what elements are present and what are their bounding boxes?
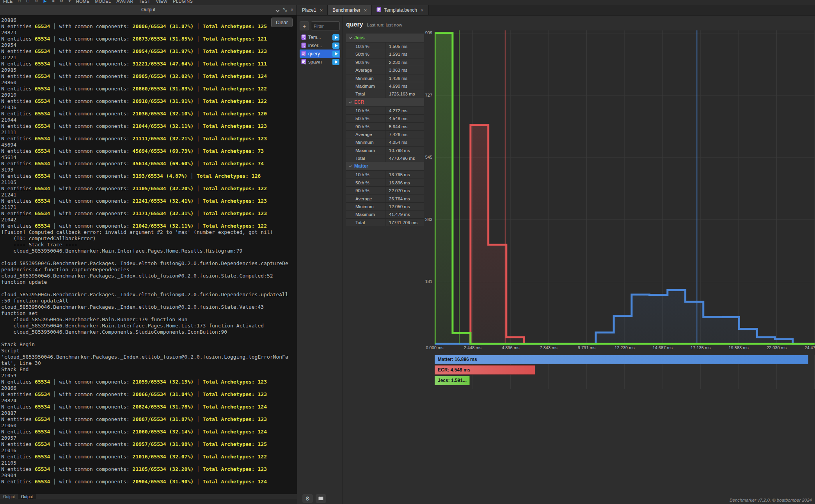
play-icon[interactable]: ▶ xyxy=(44,0,47,3)
tab-benchmarker[interactable]: Benchmarker× xyxy=(328,5,372,15)
log-line: 20860 xyxy=(1,80,297,86)
menu-item-model[interactable]: MODEL xyxy=(95,0,111,4)
close-icon[interactable]: × xyxy=(364,7,367,13)
sidebar-item-label: query xyxy=(308,51,330,57)
docs-button[interactable] xyxy=(316,494,326,503)
stop-icon[interactable]: ■ xyxy=(52,0,54,3)
publish-icon[interactable]: ↻ xyxy=(35,0,38,3)
stat-row: Maximum10.798 ms xyxy=(346,146,424,154)
log-line: 21016 xyxy=(1,447,297,454)
stat-label: 50th % xyxy=(346,115,385,122)
add-benchmark-button[interactable]: + xyxy=(300,21,309,30)
output-dock-tab[interactable]: Output xyxy=(0,494,18,499)
log-line: 20957 xyxy=(1,435,297,441)
menu-item-home[interactable]: HOME xyxy=(76,0,90,4)
log-line: N entities 65534 │ with common component… xyxy=(1,86,297,92)
stat-label: 50th % xyxy=(346,50,385,58)
stat-label: Average xyxy=(346,66,385,74)
output-title: Output xyxy=(0,7,297,12)
stat-label: Average xyxy=(346,195,385,202)
tab-template-bench[interactable]: Template.bench× xyxy=(372,5,428,15)
output-dock-tab[interactable]: Output xyxy=(18,494,36,499)
stat-row: Average7.426 ms xyxy=(346,130,424,138)
log-line: pendencies:47 function captureDependenci… xyxy=(1,267,297,273)
float-window-icon[interactable]: ⤡ xyxy=(283,7,287,13)
log-line: N entities 65534 │ with common component… xyxy=(1,98,297,104)
x-axis-label: 12.239 ms xyxy=(614,345,634,350)
sidebar-item-Tem[interactable]: Tem... xyxy=(300,33,340,41)
section-header-jecs[interactable]: Jecs xyxy=(346,34,424,42)
filter-input[interactable] xyxy=(311,21,340,30)
tab-place1[interactable]: Place1× xyxy=(297,5,328,15)
stat-value: 4778.496 ms xyxy=(385,154,424,162)
stat-value: 1.436 ms xyxy=(385,74,424,82)
log-line xyxy=(1,285,297,292)
log-line: N entities 65534 │ with common component… xyxy=(1,36,297,42)
stat-row: Total17741.709 ms xyxy=(346,218,424,226)
gear-icon: ⚙ xyxy=(305,495,310,502)
log-line: 21042 xyxy=(1,217,297,223)
log-line: N entities 65534 │ with common component… xyxy=(1,429,297,435)
menu-item-file[interactable]: FILE xyxy=(3,0,13,4)
close-icon[interactable]: × xyxy=(291,7,293,13)
menu-dropdown-icon[interactable]: ▾ xyxy=(69,0,71,3)
log-line: 21044 xyxy=(1,117,297,123)
log-line: function set xyxy=(1,310,297,317)
log-line: 21036 xyxy=(1,104,297,111)
log-line: cloud_5853950046.Benchmarker.Packages._I… xyxy=(1,260,297,267)
y-axis-label: 909 xyxy=(421,30,432,35)
section-header-matter[interactable]: Matter xyxy=(346,162,424,170)
log-line: 'cloud_5853950046.Benchmarker.Packages._… xyxy=(1,354,297,360)
play-icon xyxy=(335,36,338,39)
x-axis-label: 19.583 ms xyxy=(729,345,749,350)
log-line: N entities 65534 │ with common component… xyxy=(1,48,297,55)
stat-label: 90th % xyxy=(346,58,385,66)
sidebar-item-query[interactable]: query xyxy=(300,50,340,58)
menu-item-test[interactable]: TEST xyxy=(139,0,151,4)
menu-item-plugins[interactable]: PLUGINS xyxy=(173,0,193,4)
menu-item-view[interactable]: VIEW xyxy=(156,0,167,4)
log-line: 31221 xyxy=(1,55,297,61)
log-line: cloud_5853950046.Benchmarker.Components.… xyxy=(1,329,297,335)
stat-label: Total xyxy=(346,219,385,226)
sidebar-item-spawn[interactable]: spawn xyxy=(300,58,340,66)
log-line: cloud_5853950046.Benchmarker.Main.Runner… xyxy=(1,317,297,323)
output-bottom-tabbar: OutputOutput xyxy=(0,494,297,499)
chart-legend: Matter: 16.896 msECR: 4.548 msJecs: 1.59… xyxy=(435,355,815,389)
log-line: :50 function updateAll xyxy=(1,298,297,304)
log-line: N entities 65534 │ with common component… xyxy=(1,61,297,67)
stat-label: 90th % xyxy=(346,123,385,130)
menu-item-avatar[interactable]: AVATAR xyxy=(117,0,133,4)
close-icon[interactable]: × xyxy=(421,7,424,13)
clear-button[interactable]: Clear xyxy=(271,18,293,27)
log-line: 45694 xyxy=(1,142,297,148)
save-icon[interactable]: ⊡ xyxy=(26,0,29,3)
log-line: 3193 xyxy=(1,167,297,173)
chevron-down-icon xyxy=(349,164,352,167)
close-icon[interactable]: × xyxy=(320,7,323,13)
log-line: N entities 65534 │ with common component… xyxy=(1,223,297,229)
undo-icon[interactable]: ↺ xyxy=(60,0,63,3)
stat-row: Minimum1.436 ms xyxy=(346,74,424,82)
stat-row: Average26.764 ms xyxy=(346,195,424,202)
new-file-icon[interactable]: □ xyxy=(18,0,21,3)
tab-label: Template.bench xyxy=(384,7,417,13)
x-axis-label: 7.343 ms xyxy=(540,345,558,350)
run-benchmark-button[interactable] xyxy=(332,34,339,41)
menubar: FILE□⊡↻▶■↺▾HOMEMODELAVATARTESTVIEWPLUGIN… xyxy=(0,0,815,5)
run-benchmark-button[interactable] xyxy=(332,59,339,65)
document-tabstrip: Place1×Benchmarker×Template.bench× xyxy=(297,5,815,16)
run-benchmark-button[interactable] xyxy=(332,51,339,57)
settings-button[interactable]: ⚙ xyxy=(302,494,313,503)
script-icon xyxy=(301,42,306,48)
chevron-down-icon xyxy=(349,100,352,103)
chevron-down-icon[interactable] xyxy=(276,8,280,12)
legend-bar-matter: Matter: 16.896 ms xyxy=(435,355,808,364)
log-line: 20887 xyxy=(1,410,297,416)
histogram-chart xyxy=(435,25,815,345)
stat-label: Maximum xyxy=(346,147,385,154)
stat-row: Total1726.163 ms xyxy=(346,90,424,97)
sidebar-item-inser[interactable]: inser... xyxy=(300,41,340,50)
section-header-ecr[interactable]: ECR xyxy=(346,98,424,106)
run-benchmark-button[interactable] xyxy=(332,42,339,49)
